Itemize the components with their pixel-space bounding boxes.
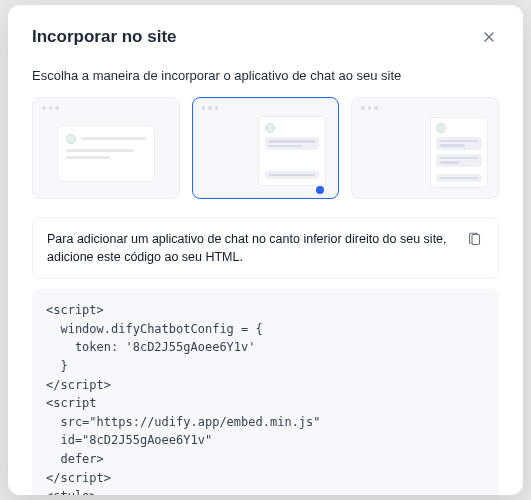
instruction-text: Para adicionar um aplicativo de chat no … (47, 230, 455, 266)
sidepanel-preview (430, 117, 488, 189)
bubble-widget-preview (258, 116, 326, 186)
embed-option-sidepanel[interactable] (351, 97, 499, 199)
embed-options (32, 97, 499, 199)
close-icon (481, 29, 497, 45)
embed-modal: Incorporar no site Escolha a maneira de … (8, 5, 523, 495)
fullpage-preview (57, 125, 155, 183)
code-snippet[interactable]: <script> window.difyChatbotConfig = { to… (32, 289, 499, 495)
svg-rect-2 (472, 235, 480, 245)
embed-option-bubble[interactable] (192, 97, 340, 199)
modal-subtitle: Escolha a maneira de incorporar o aplica… (32, 68, 499, 83)
embed-option-fullpage[interactable] (32, 97, 180, 199)
instruction-box: Para adicionar um aplicativo de chat no … (32, 217, 499, 279)
avatar-icon (436, 123, 446, 133)
clipboard-icon (467, 232, 482, 247)
browser-dots (199, 104, 333, 115)
chat-bubble-icon (316, 186, 324, 194)
copy-button[interactable] (465, 230, 484, 252)
close-button[interactable] (479, 27, 499, 50)
avatar-icon (66, 134, 76, 144)
browser-dots (358, 104, 492, 115)
modal-title: Incorporar no site (32, 27, 177, 47)
browser-dots (39, 104, 173, 115)
avatar-icon (265, 123, 275, 133)
modal-header: Incorporar no site (32, 27, 499, 50)
